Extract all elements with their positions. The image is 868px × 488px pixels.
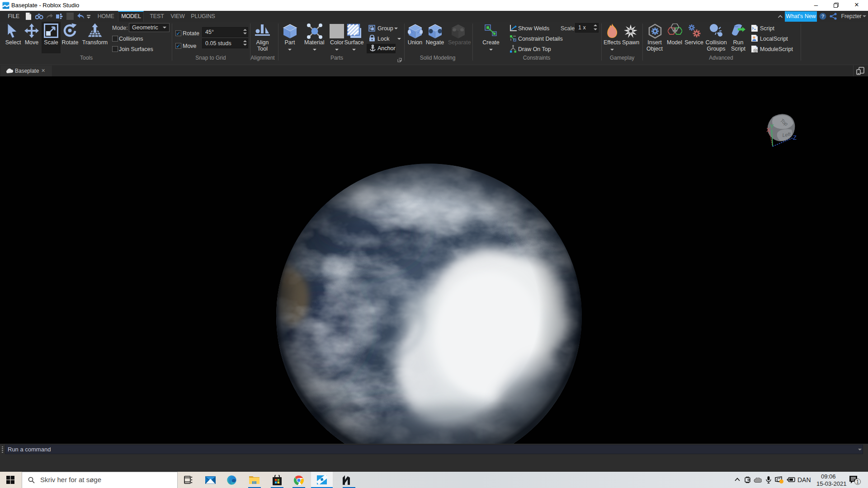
svg-text:1: 1 <box>856 479 859 484</box>
svg-text:?: ? <box>821 14 825 19</box>
svg-text:Y: Y <box>770 123 774 130</box>
svg-text:Z: Z <box>793 134 797 141</box>
